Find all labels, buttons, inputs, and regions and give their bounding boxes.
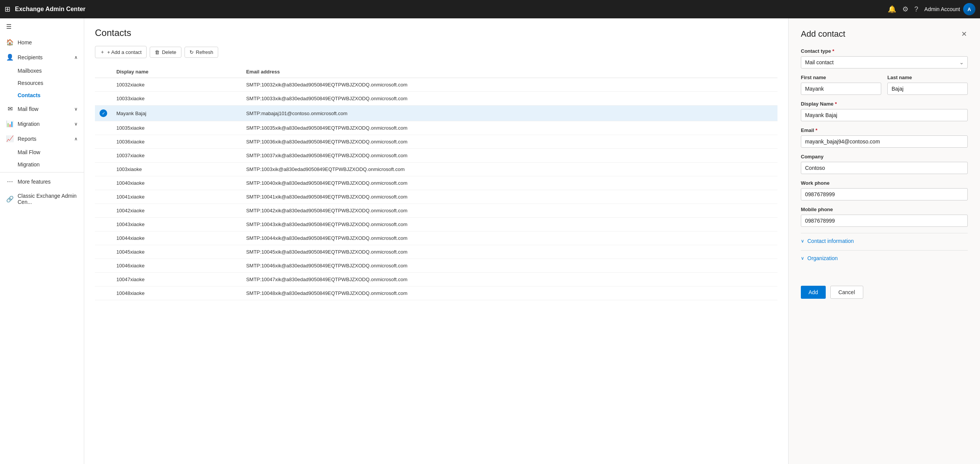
cancel-button[interactable]: Cancel — [830, 286, 863, 299]
sidebar-item-more-features[interactable]: ⋯ More features — [0, 174, 84, 189]
display-name-group: Display Name * — [801, 101, 968, 121]
contacts-panel: Contacts ＋ + Add a contact 🗑 Delete ↻ Re… — [84, 18, 789, 464]
table-row[interactable]: 1003xiaokeSMTP:1003xik@a830edad9050849EQ… — [95, 163, 777, 176]
row-email: SMTP:10047xik@a830edad9050849EQTPWBJZXOD… — [242, 273, 777, 287]
table-row[interactable]: 10048xiaokeSMTP:10048xik@a830edad9050849… — [95, 287, 777, 300]
name-row: First name Last name — [801, 75, 968, 101]
account-menu[interactable]: Admin Account A — [924, 3, 975, 15]
sidebar-item-mailflow[interactable]: ✉ Mail flow ∨ — [0, 101, 84, 116]
row-checkbox-cell: ✓ — [95, 106, 112, 121]
row-checkbox-cell — [95, 273, 112, 287]
hamburger-icon[interactable]: ☰ — [0, 18, 84, 35]
table-row[interactable]: 10036xiaokeSMTP:10036xik@a830edad9050849… — [95, 135, 777, 149]
row-checkbox-cell — [95, 135, 112, 149]
page-title: Contacts — [95, 28, 777, 38]
sidebar-item-migration-label: Migration — [18, 121, 40, 127]
refresh-button[interactable]: ↻ Refresh — [185, 47, 219, 58]
sidebar-item-home[interactable]: 🏠 Home — [0, 35, 84, 50]
add-button[interactable]: Add — [801, 286, 826, 299]
sidebar-item-contacts[interactable]: Contacts — [18, 89, 84, 101]
row-email: SMTP:10032xik@a830edad9050849EQTPWBJZXOD… — [242, 78, 777, 92]
sidebar-item-migration-report[interactable]: Migration — [18, 158, 84, 171]
table-row[interactable]: 10043xiaokeSMTP:10043xik@a830edad9050849… — [95, 218, 777, 231]
close-button[interactable]: ✕ — [960, 29, 968, 39]
email-input[interactable] — [801, 135, 968, 148]
chevron-down-icon: ∨ — [74, 106, 78, 112]
refresh-icon: ↻ — [189, 49, 194, 55]
last-name-input[interactable] — [887, 83, 968, 95]
table-row[interactable]: 10042xiaokeSMTP:10042xik@a830edad9050849… — [95, 204, 777, 218]
col-email: Email address — [242, 66, 777, 78]
row-checkbox-cell — [95, 121, 112, 135]
table-row[interactable]: 10032xiaokeSMTP:10032xik@a830edad9050849… — [95, 78, 777, 92]
notifications-icon[interactable]: 🔔 — [888, 5, 896, 13]
mobile-phone-input[interactable] — [801, 215, 968, 227]
sidebar-item-mailboxes[interactable]: Mailboxes — [18, 65, 84, 77]
sidebar-item-migration[interactable]: 📊 Migration ∨ — [0, 116, 84, 131]
table-row[interactable]: 10033xiaokeSMTP:10033xik@a830edad9050849… — [95, 92, 777, 106]
last-name-group: Last name — [887, 75, 968, 95]
contact-type-dropdown[interactable]: Mail contact Mail user — [801, 56, 968, 68]
chevron-up-icon: ∧ — [74, 55, 78, 60]
help-icon[interactable]: ? — [915, 5, 918, 13]
row-email: SMTP:10040xik@a830edad9050849EQTPWBJZXOD… — [242, 176, 777, 190]
col-selector — [95, 66, 112, 78]
row-checkbox-cell — [95, 163, 112, 176]
first-name-input[interactable] — [801, 83, 881, 95]
work-phone-input[interactable] — [801, 188, 968, 200]
work-phone-label: Work phone — [801, 180, 968, 186]
row-email: SMTP:10043xik@a830edad9050849EQTPWBJZXOD… — [242, 218, 777, 231]
display-name-input[interactable] — [801, 109, 968, 121]
toolbar: ＋ + Add a contact 🗑 Delete ↻ Refresh — [95, 46, 777, 58]
table-row[interactable]: 10046xiaokeSMTP:10046xik@a830edad9050849… — [95, 259, 777, 273]
row-email: SMTP:1003xik@a830edad9050849EQTPWBJZXODQ… — [242, 163, 777, 176]
chevron-down-icon-3: ∨ — [801, 238, 804, 244]
table-row[interactable]: 10044xiaokeSMTP:10044xik@a830edad9050849… — [95, 231, 777, 245]
table-row[interactable]: 10035xiaokeSMTP:10035xik@a830edad9050849… — [95, 121, 777, 135]
row-email: SMTP:10037xik@a830edad9050849EQTPWBJZXOD… — [242, 149, 777, 163]
row-checkbox-cell — [95, 218, 112, 231]
sidebar-item-mailflow-report[interactable]: Mail Flow — [18, 146, 84, 158]
work-phone-group: Work phone — [801, 180, 968, 200]
table-row[interactable]: 10040xiaokeSMTP:10040xik@a830edad9050849… — [95, 176, 777, 190]
delete-button[interactable]: 🗑 Delete — [150, 47, 181, 58]
row-display-name: 10043xiaoke — [112, 218, 242, 231]
topbar-icons: 🔔 ⚙ ? Admin Account A — [888, 3, 975, 15]
company-input[interactable] — [801, 162, 968, 174]
email-label: Email * — [801, 127, 968, 133]
company-label: Company — [801, 154, 968, 160]
row-display-name: 10046xiaoke — [112, 259, 242, 273]
chevron-down-icon-2: ∨ — [74, 121, 78, 127]
apps-icon[interactable]: ⊞ — [5, 5, 10, 13]
recipients-sub-menu: Mailboxes Resources Contacts — [0, 65, 84, 101]
row-display-name: 10042xiaoke — [112, 204, 242, 218]
panel-title: Add contact — [801, 29, 845, 39]
contact-info-toggle[interactable]: ∨ Contact information — [801, 233, 968, 247]
sidebar-item-reports[interactable]: 📈 Reports ∧ — [0, 131, 84, 146]
add-contact-button[interactable]: ＋ + Add a contact — [95, 46, 147, 58]
organization-toggle[interactable]: ∨ Organization — [801, 250, 968, 264]
chevron-up-icon-2: ∧ — [74, 136, 78, 142]
panel-header: Add contact ✕ — [801, 29, 968, 39]
contact-type-dropdown-wrapper: Mail contact Mail user — [801, 56, 968, 68]
sidebar-item-reports-label: Reports — [18, 136, 36, 142]
table-row[interactable]: 10041xiaokeSMTP:10041xik@a830edad9050849… — [95, 190, 777, 204]
table-row[interactable]: 10037xiaokeSMTP:10037xik@a830edad9050849… — [95, 149, 777, 163]
table-row[interactable]: ✓Mayank BajajSMTP:mabajaj101@contoso.onm… — [95, 106, 777, 121]
row-checkbox-cell — [95, 78, 112, 92]
home-icon: 🏠 — [6, 39, 14, 46]
row-display-name: 10036xiaoke — [112, 135, 242, 149]
sidebar-item-resources[interactable]: Resources — [18, 77, 84, 89]
table-row[interactable]: 10047xiaokeSMTP:10047xik@a830edad9050849… — [95, 273, 777, 287]
mobile-phone-group: Mobile phone — [801, 207, 968, 227]
row-checkbox-cell — [95, 231, 112, 245]
table-row[interactable]: 10045xiaokeSMTP:10045xik@a830edad9050849… — [95, 245, 777, 259]
first-name-group: First name — [801, 75, 881, 95]
sidebar-item-recipients[interactable]: 👤 Recipients ∧ — [0, 50, 84, 65]
reports-sub-menu: Mail Flow Migration — [0, 146, 84, 171]
row-display-name: 10040xiaoke — [112, 176, 242, 190]
settings-icon[interactable]: ⚙ — [902, 5, 908, 13]
row-email: SMTP:10044xik@a830edad9050849EQTPWBJZXOD… — [242, 231, 777, 245]
app-title: Exchange Admin Center — [15, 6, 883, 13]
sidebar-item-classic[interactable]: 🔗 Classic Exchange Admin Cen... — [0, 189, 84, 209]
